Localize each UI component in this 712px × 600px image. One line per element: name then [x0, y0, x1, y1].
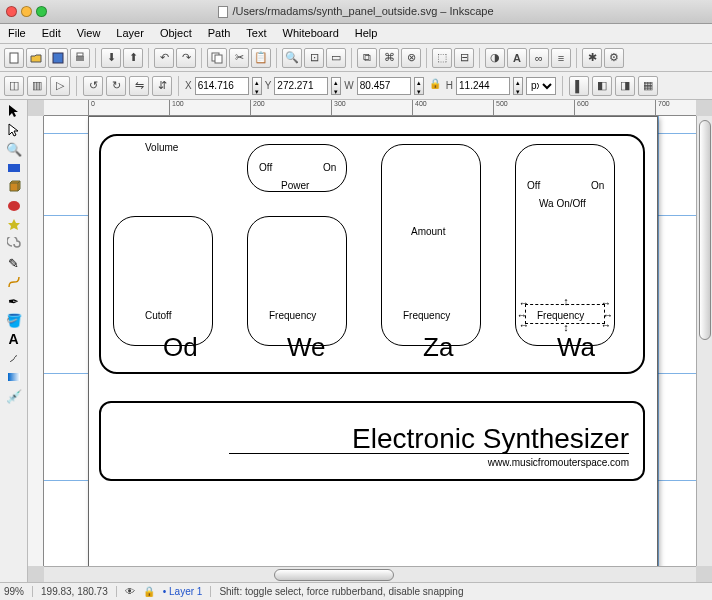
ruler-tick: 700 [655, 100, 670, 116]
visibility-icon[interactable]: 👁 [125, 586, 135, 597]
new-button[interactable] [4, 48, 24, 68]
copy-button[interactable] [207, 48, 227, 68]
w-spinner[interactable]: ▴▾ [414, 77, 424, 95]
menu-layer[interactable]: Layer [108, 24, 152, 43]
lock-icon[interactable]: 🔒 [427, 78, 443, 94]
menu-text[interactable]: Text [238, 24, 274, 43]
h-spinner[interactable]: ▴▾ [513, 77, 523, 95]
layer-indicator[interactable]: • Layer 1 [163, 586, 212, 597]
selector-tool[interactable] [3, 102, 25, 120]
docprops-button[interactable]: ⚙ [604, 48, 624, 68]
x-input[interactable] [195, 77, 249, 95]
group-button[interactable]: ⬚ [432, 48, 452, 68]
lock-layer-icon[interactable]: 🔒 [143, 586, 155, 597]
bezier-tool[interactable] [3, 273, 25, 291]
text-button[interactable]: A [507, 48, 527, 68]
menu-edit[interactable]: Edit [34, 24, 69, 43]
scale-handle-s[interactable]: ↕ [560, 321, 572, 333]
we-module[interactable] [247, 216, 347, 346]
close-icon[interactable] [6, 6, 17, 17]
scale-handle-se[interactable]: ↔ [600, 319, 612, 331]
scrollbar-vertical[interactable] [696, 116, 712, 566]
text-tool[interactable]: A [3, 330, 25, 348]
deselect-button[interactable]: ▷ [50, 76, 70, 96]
select-layers-button[interactable]: ▥ [27, 76, 47, 96]
menu-whiteboard[interactable]: Whiteboard [275, 24, 347, 43]
zoom-drawing-button[interactable]: ⊡ [304, 48, 324, 68]
h-input[interactable] [456, 77, 510, 95]
dropper-tool[interactable]: 💉 [3, 387, 25, 405]
affect-gradient-button[interactable]: ◨ [615, 76, 635, 96]
rect-tool[interactable] [3, 159, 25, 177]
menu-object[interactable]: Object [152, 24, 200, 43]
synth-panel-bottom[interactable]: Electronic Synthesizer www.musicfromoute… [99, 401, 645, 481]
scrollbar-thumb[interactable] [699, 120, 711, 340]
svg-rect-2 [76, 56, 84, 61]
menu-file[interactable]: File [0, 24, 34, 43]
open-button[interactable] [26, 48, 46, 68]
x-spinner[interactable]: ▴▾ [252, 77, 262, 95]
od-module[interactable] [113, 216, 213, 346]
ellipse-tool[interactable] [3, 197, 25, 215]
ruler-vertical[interactable] [28, 116, 44, 566]
xml-button[interactable]: ∞ [529, 48, 549, 68]
w-input[interactable] [357, 77, 411, 95]
ungroup-button[interactable]: ⊟ [454, 48, 474, 68]
zoom-fit-button[interactable]: 🔍 [282, 48, 302, 68]
connector-tool[interactable]: ⟋ [3, 349, 25, 367]
bucket-tool[interactable]: 🪣 [3, 311, 25, 329]
align-button[interactable]: ≡ [551, 48, 571, 68]
unlink-button[interactable]: ⊗ [401, 48, 421, 68]
rotate-ccw-button[interactable]: ↺ [83, 76, 103, 96]
menu-help[interactable]: Help [347, 24, 386, 43]
prefs-button[interactable]: ✱ [582, 48, 602, 68]
select-all-button[interactable]: ◫ [4, 76, 24, 96]
scrollbar-thumb[interactable] [274, 569, 394, 581]
pencil-tool[interactable]: ✎ [3, 254, 25, 272]
clone-button[interactable]: ⌘ [379, 48, 399, 68]
zoom-page-button[interactable]: ▭ [326, 48, 346, 68]
save-button[interactable] [48, 48, 68, 68]
unit-select[interactable]: px [526, 77, 556, 95]
zoom-field[interactable]: 99% [4, 586, 33, 597]
spiral-tool[interactable] [3, 235, 25, 253]
selection-box[interactable]: ↔ ↕ ↔ ↔ ↔ ↔ ↕ ↔ [525, 304, 605, 324]
minimize-icon[interactable] [21, 6, 32, 17]
scale-handle-sw[interactable]: ↔ [518, 319, 530, 331]
redo-button[interactable]: ↷ [176, 48, 196, 68]
y-input[interactable] [274, 77, 328, 95]
guide-line[interactable] [658, 116, 659, 566]
import-button[interactable]: ⬇ [101, 48, 121, 68]
scale-handle-n[interactable]: ↕ [560, 295, 572, 307]
flip-h-button[interactable]: ⇋ [129, 76, 149, 96]
synth-panel-top[interactable]: Volume Off On Power Cutoff Od Frequency … [99, 134, 645, 374]
paste-button[interactable]: 📋 [251, 48, 271, 68]
duplicate-button[interactable]: ⧉ [357, 48, 377, 68]
menu-view[interactable]: View [69, 24, 109, 43]
print-button[interactable] [70, 48, 90, 68]
fill-stroke-button[interactable]: ◑ [485, 48, 505, 68]
zoom-tool[interactable]: 🔍 [3, 140, 25, 158]
node-tool[interactable] [3, 121, 25, 139]
scrollbar-horizontal[interactable] [44, 566, 696, 582]
gradient-tool[interactable] [3, 368, 25, 386]
canvas[interactable]: Volume Off On Power Cutoff Od Frequency … [44, 116, 696, 566]
undo-button[interactable]: ↶ [154, 48, 174, 68]
zoom-icon[interactable] [36, 6, 47, 17]
rotate-cw-button[interactable]: ↻ [106, 76, 126, 96]
scale-handle-nw[interactable]: ↔ [518, 297, 530, 309]
affect-corners-button[interactable]: ◧ [592, 76, 612, 96]
cut-button[interactable]: ✂ [229, 48, 249, 68]
affect-pattern-button[interactable]: ▦ [638, 76, 658, 96]
y-spinner[interactable]: ▴▾ [331, 77, 341, 95]
3dbox-tool[interactable] [3, 178, 25, 196]
menu-path[interactable]: Path [200, 24, 239, 43]
star-tool[interactable] [3, 216, 25, 234]
flip-v-button[interactable]: ⇵ [152, 76, 172, 96]
export-button[interactable]: ⬆ [123, 48, 143, 68]
scale-handle-ne[interactable]: ↔ [600, 297, 612, 309]
wa-label: Wa [557, 332, 595, 363]
calligraphy-tool[interactable]: ✒ [3, 292, 25, 310]
ruler-horizontal[interactable]: 0 100 200 300 400 500 600 700 [44, 100, 696, 116]
affect-stroke-button[interactable]: ▌ [569, 76, 589, 96]
